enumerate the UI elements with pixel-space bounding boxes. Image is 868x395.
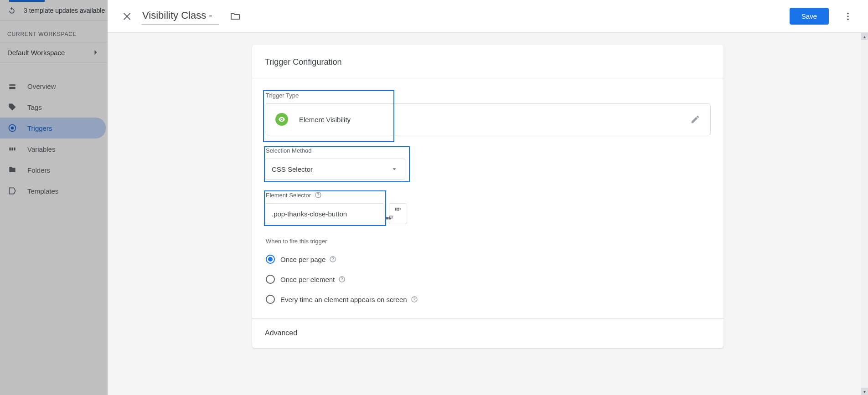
fire-frequency-radio-group: Once per page Once per element bbox=[265, 249, 711, 309]
selection-method-label: Selection Method bbox=[265, 147, 405, 154]
element-selector-label-row: Element Selector bbox=[265, 191, 407, 199]
folder-outline-icon[interactable] bbox=[230, 11, 241, 22]
when-to-fire-label: When to fire this trigger bbox=[265, 238, 711, 245]
radio-once-per-element[interactable]: Once per element bbox=[265, 269, 711, 289]
help-icon[interactable] bbox=[411, 296, 418, 303]
help-icon[interactable] bbox=[315, 191, 322, 199]
element-selector-input[interactable] bbox=[265, 203, 384, 224]
svg-point-5 bbox=[281, 119, 283, 120]
visibility-icon bbox=[275, 113, 288, 126]
selection-method-value: CSS Selector bbox=[272, 165, 313, 173]
sheet-header: Save bbox=[108, 0, 868, 33]
trigger-editor-sheet: Save Trigger Configuration Trigger Type bbox=[108, 0, 868, 395]
card-title: Trigger Configuration bbox=[265, 57, 711, 67]
trigger-type-label: Trigger Type bbox=[265, 92, 711, 99]
close-button[interactable] bbox=[119, 7, 137, 26]
trigger-type-selector[interactable]: Element Visibility bbox=[265, 103, 711, 135]
help-icon[interactable] bbox=[338, 276, 346, 283]
radio-label: Once per page bbox=[280, 256, 326, 263]
trigger-type-value: Element Visibility bbox=[299, 116, 351, 123]
radio-label: Once per element bbox=[280, 276, 335, 283]
selection-method-select[interactable]: CSS Selector bbox=[265, 159, 405, 180]
close-icon bbox=[122, 11, 133, 22]
more-vert-icon bbox=[843, 11, 853, 21]
svg-point-3 bbox=[847, 15, 849, 17]
element-selector-label: Element Selector bbox=[266, 192, 311, 199]
advanced-section-header[interactable]: Advanced bbox=[252, 318, 723, 337]
scrollbar[interactable]: ▴ ▾ bbox=[861, 33, 868, 395]
radio-every-time[interactable]: Every time an element appears on screen bbox=[265, 289, 711, 309]
sheet-body[interactable]: Trigger Configuration Trigger Type Eleme… bbox=[108, 33, 868, 395]
scroll-up-button[interactable]: ▴ bbox=[861, 33, 868, 40]
radio-button[interactable] bbox=[266, 255, 275, 264]
svg-point-2 bbox=[847, 12, 849, 14]
radio-button[interactable] bbox=[266, 295, 275, 304]
trigger-name-input[interactable] bbox=[141, 8, 219, 25]
radio-once-per-page[interactable]: Once per page bbox=[265, 249, 711, 269]
trigger-config-card: Trigger Configuration Trigger Type Eleme… bbox=[252, 45, 723, 348]
svg-point-4 bbox=[847, 18, 849, 20]
variable-block-icon bbox=[393, 205, 403, 223]
edit-icon[interactable] bbox=[690, 114, 700, 124]
radio-label: Every time an element appears on screen bbox=[280, 296, 407, 303]
svg-rect-8 bbox=[386, 217, 388, 220]
divider bbox=[252, 78, 723, 78]
more-menu-button[interactable] bbox=[839, 7, 857, 26]
insert-variable-button[interactable] bbox=[389, 203, 407, 224]
selection-method-section: Selection Method CSS Selector bbox=[265, 147, 405, 180]
help-icon[interactable] bbox=[329, 256, 336, 263]
radio-button[interactable] bbox=[266, 275, 275, 284]
scroll-down-button[interactable]: ▾ bbox=[861, 388, 868, 395]
element-selector-section: Element Selector bbox=[265, 191, 407, 224]
trigger-type-section: Trigger Type Element Visibility bbox=[265, 92, 711, 135]
save-button[interactable]: Save bbox=[790, 8, 829, 25]
chevron-down-icon bbox=[390, 165, 398, 173]
